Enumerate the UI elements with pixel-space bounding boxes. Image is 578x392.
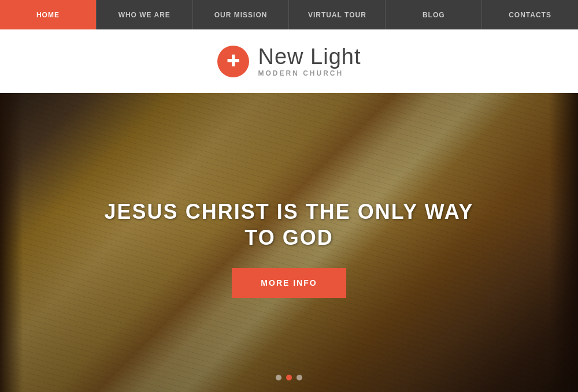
cross-icon: ✚ (227, 53, 240, 69)
slider-dots (276, 375, 302, 380)
logo-text: New Light MODERN CHURCH (258, 45, 361, 77)
nav-item-who-we-are[interactable]: WHO WE ARE (97, 0, 193, 29)
hero-title: JESUS CHRIST IS THE ONLY WAY TO GOD (87, 199, 491, 251)
hero-content: JESUS CHRIST IS THE ONLY WAY TO GOD MORE… (87, 199, 491, 298)
nav-item-virtual-tour[interactable]: VIRTUAL TOUR (289, 0, 386, 29)
site-header: ✚ New Light MODERN CHURCH (0, 29, 578, 93)
nav-item-our-mission[interactable]: OUR MISSION (193, 0, 290, 29)
logo-title: New Light (258, 45, 361, 69)
slider-dot-2[interactable] (286, 375, 292, 380)
slider-dot-3[interactable] (297, 375, 302, 380)
logo-icon: ✚ (217, 46, 249, 77)
logo-subtitle: MODERN CHURCH (258, 69, 361, 77)
nav-item-contacts[interactable]: CONTACTS (482, 0, 578, 29)
hero-section: JESUS CHRIST IS THE ONLY WAY TO GOD MORE… (0, 93, 578, 392)
nav-item-blog[interactable]: BLOG (386, 0, 482, 29)
slider-dot-1[interactable] (276, 375, 281, 380)
hero-left-overlay (0, 93, 23, 392)
navigation: HOMEWHO WE AREOUR MISSIONVIRTUAL TOURBLO… (0, 0, 578, 29)
more-info-button[interactable]: MORE INFO (232, 268, 346, 298)
nav-item-home[interactable]: HOME (0, 0, 97, 29)
hero-right-overlay (549, 93, 578, 392)
